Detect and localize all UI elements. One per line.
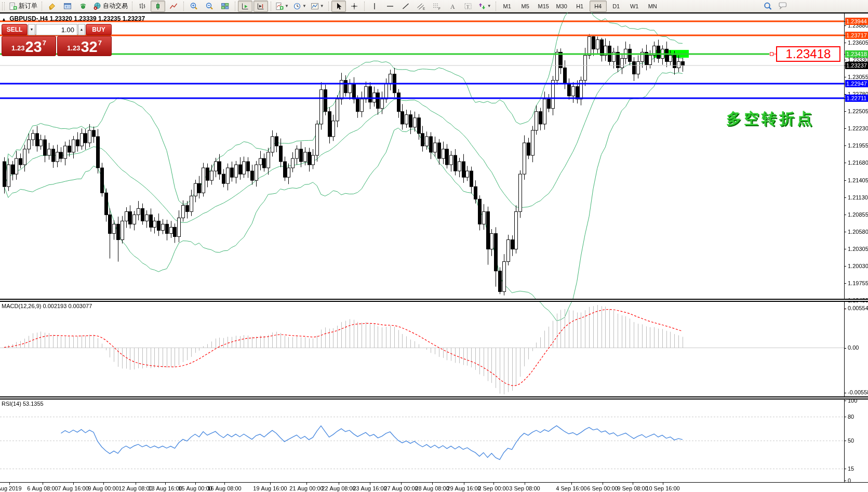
strategy-tester-icon bbox=[79, 2, 87, 10]
toolbar-grip[interactable] bbox=[2, 2, 5, 10]
crosshair-tool-button[interactable] bbox=[347, 1, 362, 12]
price-axis-chip: 1.23944 bbox=[845, 18, 868, 25]
vertical-line-tool-button[interactable] bbox=[367, 1, 382, 12]
price-chart-canvas[interactable] bbox=[0, 12, 868, 492]
templates-button[interactable]: ▼ bbox=[309, 1, 326, 12]
line-chart-type-button[interactable] bbox=[166, 1, 181, 12]
equidistant-channel-icon: E bbox=[417, 2, 425, 10]
svg-text:A: A bbox=[450, 3, 455, 10]
price-axis-chip: 1.23418 bbox=[845, 50, 868, 58]
timeframe-m5-button[interactable]: M5 bbox=[517, 1, 534, 12]
timeframe-mn-button[interactable]: MN bbox=[644, 1, 661, 12]
timeframe-w1-button[interactable]: W1 bbox=[626, 1, 643, 12]
cursor-icon bbox=[335, 2, 343, 10]
sell-button[interactable]: SELL bbox=[2, 24, 28, 35]
tile-windows-icon bbox=[221, 2, 229, 10]
buy-button[interactable]: BUY bbox=[86, 24, 112, 35]
dropdown-caret-icon: ▼ bbox=[285, 4, 289, 8]
main-macd-pane-splitter[interactable] bbox=[0, 299, 868, 302]
price-axis-chip: 1.22947 bbox=[845, 80, 868, 87]
chat-button[interactable] bbox=[776, 1, 791, 12]
quote-ohlc-values: 1.23320 1.23339 1.23235 1.23237 bbox=[50, 15, 145, 22]
metaeditor-button[interactable] bbox=[45, 1, 59, 12]
dropdown-caret-icon: ▼ bbox=[302, 4, 306, 8]
zoom-out-button[interactable] bbox=[202, 1, 217, 12]
symbol-title: GBPUSD-,H4 bbox=[9, 15, 48, 22]
timeframe-h1-button[interactable]: H1 bbox=[571, 1, 589, 12]
timeframe-m1-button[interactable]: M1 bbox=[499, 1, 516, 12]
price-callout[interactable]: 1.23418 bbox=[776, 46, 840, 62]
channel-tool-button[interactable]: E bbox=[414, 1, 429, 12]
horizontal-line-icon bbox=[386, 2, 394, 10]
trendline-tool-button[interactable] bbox=[398, 1, 413, 12]
text-icon: A bbox=[449, 2, 456, 10]
text-tool-button[interactable]: A bbox=[445, 1, 460, 12]
lot-increase-button[interactable]: ▲ bbox=[78, 24, 85, 35]
price-axis-chip: 1.23237 bbox=[845, 62, 868, 69]
auto-scroll-icon bbox=[241, 2, 249, 10]
tile-windows-button[interactable] bbox=[218, 1, 232, 12]
autotrading-icon bbox=[93, 2, 101, 10]
toolbar-separator bbox=[42, 2, 42, 11]
toolbar-separator bbox=[271, 2, 271, 11]
symbol-marker-icon: ▲ bbox=[2, 17, 6, 22]
indicators-icon bbox=[275, 2, 284, 10]
cursor-tool-button[interactable] bbox=[331, 1, 346, 12]
toolbar-separator bbox=[496, 2, 496, 11]
chart-annotation-text[interactable]: 多空转折点 bbox=[726, 109, 814, 129]
arrows-tool-button[interactable]: ▼ bbox=[476, 1, 493, 12]
periods-button[interactable]: ▼ bbox=[291, 1, 308, 12]
timeframe-m15-button[interactable]: M15 bbox=[535, 1, 552, 12]
sell-price-big: 23 bbox=[25, 40, 42, 54]
chat-bubble-icon bbox=[778, 2, 789, 11]
candlestick-chart-type-button[interactable] bbox=[151, 1, 165, 12]
new-order-icon bbox=[9, 2, 17, 10]
chart-shift-button[interactable] bbox=[253, 1, 268, 12]
indicators-button[interactable]: ▼ bbox=[274, 1, 290, 12]
toolbar: 新订单 自动交易 bbox=[0, 0, 868, 12]
fibonacci-tool-button[interactable]: F bbox=[430, 1, 444, 12]
toolbar-separator bbox=[235, 2, 235, 11]
periods-clock-icon bbox=[293, 2, 301, 10]
timeframe-h4-button[interactable]: H4 bbox=[590, 1, 607, 12]
timeframe-d1-button[interactable]: D1 bbox=[608, 1, 625, 12]
terminal-button[interactable] bbox=[60, 1, 75, 12]
toolbar-separator bbox=[132, 2, 132, 11]
horizontal-line-tool-button[interactable] bbox=[383, 1, 397, 12]
templates-icon bbox=[311, 2, 319, 10]
buy-price-big: 32 bbox=[81, 40, 97, 54]
bar-chart-icon bbox=[138, 2, 146, 10]
buy-price-display[interactable]: 1.23327 bbox=[57, 36, 112, 56]
dropdown-caret-icon: ▼ bbox=[320, 4, 324, 8]
price-axis-chip: 1.22711 bbox=[845, 95, 868, 102]
dropdown-caret-icon: ▼ bbox=[487, 4, 491, 8]
strategy-tester-button[interactable] bbox=[76, 1, 90, 12]
arrows-shapes-icon bbox=[478, 2, 486, 10]
rsi-indicator-label: RSI(14) 53.1355 bbox=[2, 401, 44, 407]
timeframe-m30-button[interactable]: M30 bbox=[553, 1, 570, 12]
bar-chart-type-button[interactable] bbox=[135, 1, 150, 12]
trendline-icon bbox=[402, 2, 410, 10]
autotrading-label: 自动交易 bbox=[103, 2, 128, 10]
search-button[interactable] bbox=[760, 1, 775, 12]
macd-rsi-pane-splitter[interactable] bbox=[0, 396, 868, 400]
buy-price-sup: 7 bbox=[98, 39, 102, 47]
autotrading-button[interactable]: 自动交易 bbox=[91, 1, 129, 12]
sell-price-display[interactable]: 1.23237 bbox=[2, 36, 56, 56]
price-axis-chip: 1.23717 bbox=[845, 32, 868, 39]
toolbar-separator bbox=[364, 2, 365, 11]
toolbar-separator bbox=[183, 2, 184, 11]
lot-decrease-button[interactable]: ▼ bbox=[28, 24, 35, 35]
fibonacci-icon: F bbox=[432, 2, 441, 10]
text-label-icon: T bbox=[464, 2, 472, 10]
zoom-in-button[interactable] bbox=[186, 1, 201, 12]
svg-text:F: F bbox=[438, 6, 440, 10]
text-label-tool-button[interactable]: T bbox=[461, 1, 475, 12]
chart-shift-icon bbox=[257, 2, 265, 10]
auto-scroll-button[interactable] bbox=[238, 1, 252, 12]
new-order-button[interactable]: 新订单 bbox=[7, 1, 39, 12]
lot-size-input[interactable] bbox=[36, 24, 77, 35]
new-order-label: 新订单 bbox=[19, 2, 37, 10]
svg-text:T: T bbox=[466, 4, 470, 9]
buy-price-prefix: 1.23 bbox=[67, 43, 80, 54]
